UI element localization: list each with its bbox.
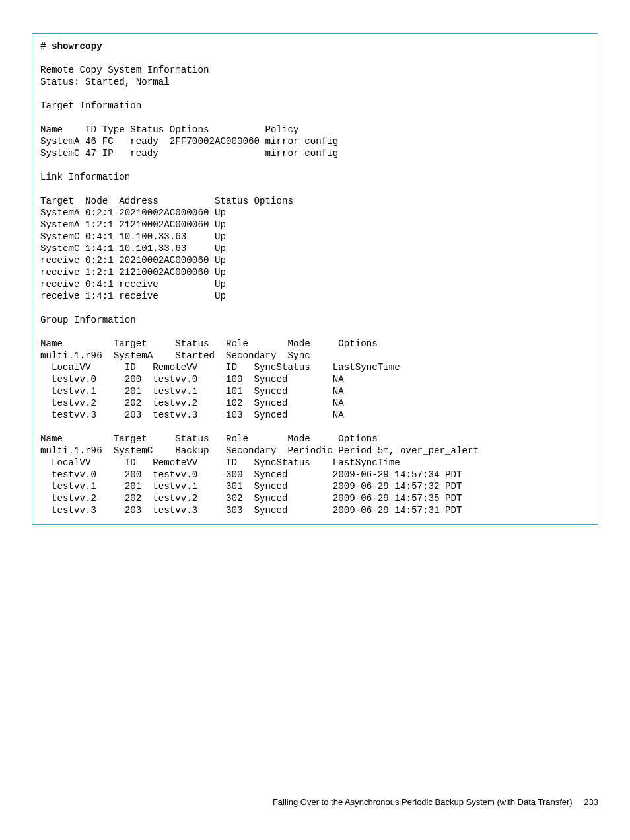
vv-row: testvv.2 202 testvv.2 302 Synced 2009-06… <box>40 493 462 504</box>
vv-row: testvv.0 200 testvv.0 100 Synced NA <box>40 374 344 385</box>
target-row: SystemA 46 FC ready 2FF70002AC000060 mir… <box>40 136 338 147</box>
vv-header: LocalVV ID RemoteVV ID SyncStatus LastSy… <box>40 457 400 468</box>
link-row: SystemA 0:2:1 20210002AC000060 Up <box>40 208 226 218</box>
vv-header: LocalVV ID RemoteVV ID SyncStatus LastSy… <box>40 362 400 373</box>
link-row: SystemC 0:4:1 10.100.33.63 Up <box>40 231 226 242</box>
document-page: # showrcopy Remote Copy System Informati… <box>0 0 630 840</box>
link-table-header: Target Node Address Status Options <box>40 196 293 206</box>
command-name: showrcopy <box>52 41 102 52</box>
target-table-header: Name ID Type Status Options Policy <box>40 124 299 135</box>
vv-row: testvv.2 202 testvv.2 102 Synced NA <box>40 398 344 408</box>
terminal-output: # showrcopy Remote Copy System Informati… <box>32 33 598 525</box>
page-footer: Failing Over to the Asynchronous Periodi… <box>273 796 598 808</box>
page-number: 233 <box>584 797 598 807</box>
footer-text: Failing Over to the Asynchronous Periodi… <box>273 797 573 807</box>
vv-row: testvv.3 203 testvv.3 103 Synced NA <box>40 410 344 420</box>
target-info-header: Target Information <box>40 100 141 111</box>
group-header: Name Target Status Role Mode Options <box>40 434 378 444</box>
group-summary: multi.1.r96 SystemA Started Secondary Sy… <box>40 350 310 361</box>
link-row: receive 0:2:1 20210002AC000060 Up <box>40 255 226 266</box>
vv-row: testvv.1 201 testvv.1 301 Synced 2009-06… <box>40 481 462 492</box>
link-row: receive 0:4:1 receive Up <box>40 279 226 289</box>
link-row: receive 1:2:1 21210002AC000060 Up <box>40 267 226 278</box>
vv-row: testvv.3 203 testvv.3 303 Synced 2009-06… <box>40 505 462 515</box>
group-info-header: Group Information <box>40 315 136 325</box>
group-summary: multi.1.r96 SystemC Backup Secondary Per… <box>40 445 479 456</box>
vv-row: testvv.1 201 testvv.1 101 Synced NA <box>40 386 344 397</box>
link-info-header: Link Information <box>40 172 130 182</box>
target-row: SystemC 47 IP ready mirror_config <box>40 148 338 159</box>
sysinfo-header: Remote Copy System Information <box>40 65 209 75</box>
group-header: Name Target Status Role Mode Options <box>40 338 378 349</box>
vv-row: testvv.0 200 testvv.0 300 Synced 2009-06… <box>40 469 462 480</box>
status-line: Status: Started, Normal <box>40 77 170 87</box>
link-row: SystemA 1:2:1 21210002AC000060 Up <box>40 219 226 230</box>
link-row: receive 1:4:1 receive Up <box>40 291 226 301</box>
prompt-hash: # <box>40 41 52 52</box>
link-row: SystemC 1:4:1 10.101.33.63 Up <box>40 243 226 254</box>
